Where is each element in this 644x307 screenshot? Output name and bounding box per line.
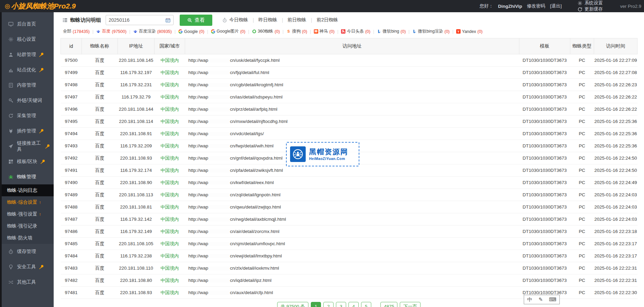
sidebar-item-site-seo[interactable]: 站点优化	[0, 62, 54, 77]
cell-region: 中国境内	[155, 140, 185, 152]
ime-glyph-2[interactable]: ⌨	[549, 296, 556, 303]
filter-toutiao[interactable]: 头今日头条(0)	[341, 29, 370, 34]
page-button-1[interactable]: 1	[311, 302, 321, 307]
up-arrow-icon: ↑	[39, 212, 41, 217]
ime-glyph-0[interactable]: 中	[527, 296, 532, 303]
shenma-badge-icon: 神	[314, 29, 318, 34]
sidebar-item-templates[interactable]: 模板/区块	[0, 154, 54, 169]
ime-toolbar[interactable]: 中✎⌨	[524, 295, 560, 304]
cell-visit-time: 2025-01-16 22:23:17	[594, 238, 638, 250]
version-label: ver Pro2.9	[620, 4, 641, 9]
filter-baidu-render[interactable]: 百度渲染(80935)	[133, 29, 172, 34]
cell-spider-type: PC	[570, 115, 594, 128]
censored-domain	[208, 156, 230, 160]
quick-link-3[interactable]: 前2日蜘蛛	[312, 17, 343, 23]
cell-visit-url: http://wapcn/zql/detail/lgnpotn.html	[185, 189, 519, 201]
column-header: id	[61, 38, 82, 54]
filter-all[interactable]: 全部(178435)	[63, 29, 90, 34]
change-password-link[interactable]: 修改密码	[527, 3, 545, 9]
sidebar-item-spider-log[interactable]: 蜘蛛·访问日志	[0, 184, 54, 196]
table-row: 97497百度116.179.32.79中国境内http://wapcn/ias…	[61, 91, 638, 103]
watermark-title: 黑帽资源网	[309, 148, 348, 156]
sidebar-item-other-tools[interactable]: 其他工具	[0, 274, 54, 290]
cell-visit-time: 2025-01-16 22:23:17	[594, 250, 638, 262]
bing-icon	[412, 29, 417, 34]
filter-google-image[interactable]: Google图片(0)	[211, 29, 246, 34]
filter-yandex[interactable]: YYandex(0)	[456, 29, 483, 34]
page-button-4[interactable]: 4	[348, 302, 359, 307]
page-button-2[interactable]: 2	[323, 302, 334, 307]
sidebar-item-site-group[interactable]: 站群管理	[0, 47, 54, 62]
sidebar-item-label: 插件管理	[17, 128, 36, 134]
quick-link-2[interactable]: 前日蜘蛛	[283, 17, 311, 23]
cell-region: 中国境内	[155, 225, 185, 238]
censored-domain	[208, 120, 230, 124]
filter-shenma[interactable]: 神神马(0)	[314, 29, 335, 34]
cell-spider-type: PC	[570, 91, 594, 103]
cell-ip: 220.181.108.80	[118, 274, 155, 287]
page-button-3[interactable]: 3	[336, 302, 346, 307]
cell-id: 97492	[61, 152, 82, 164]
app-title: 小旋风蜘蛛池Pro2.9	[11, 1, 76, 11]
filter-baidu[interactable]: 百度(97500)	[96, 29, 126, 34]
pin-icon	[39, 128, 44, 134]
page-button-4875[interactable]: 4875	[380, 302, 397, 307]
view-button[interactable]: 查看	[180, 15, 212, 26]
cell-visit-time: 2025-01-16 22:25:36	[594, 140, 638, 152]
filter-sogou[interactable]: S搜狗(0)	[286, 29, 307, 34]
user-icon	[8, 52, 14, 57]
cell-spider-type: PC	[570, 128, 594, 140]
calendar-icon[interactable]	[165, 18, 171, 23]
cell-spider-name: 百度	[82, 250, 118, 262]
sidebar-item-spider-force[interactable]: 蜘蛛·强引设置↑	[0, 208, 54, 220]
filter-360[interactable]: 360蜘蛛(0)	[252, 29, 280, 34]
table-row: 97498百度116.179.32.231中国境内http://wapcn/cg…	[61, 79, 638, 91]
sidebar-item-content[interactable]: 内容管理	[0, 77, 54, 93]
cell-spider-name: 百度	[82, 91, 118, 103]
sidebar-item-spider-settings[interactable]: 蜘蛛·综合设置↑	[0, 196, 54, 208]
next-page-button[interactable]: 下一页	[400, 302, 421, 307]
filter-bing-render[interactable]: 微软bing渲染(0)	[412, 29, 450, 34]
cell-visit-time: 2025-01-16 22:26:23	[594, 79, 638, 91]
sidebar-item-cache-mgr[interactable]: 缓存管理	[0, 244, 54, 259]
cell-visit-time: 2025-01-16 22:24:50	[594, 164, 638, 177]
date-value: 20250116	[109, 17, 129, 23]
cell-spider-type: PC	[570, 79, 594, 91]
cell-template: DT1030/1030DT3673	[519, 164, 570, 177]
quick-link-1[interactable]: 昨日蜘蛛	[254, 17, 282, 23]
filter-google[interactable]: Google(0)	[178, 29, 204, 34]
sidebar-item-plugins[interactable]: 插件管理	[0, 123, 54, 139]
sidebar-item-link-push[interactable]: 链接推送工具	[0, 139, 54, 154]
cell-spider-type: PC	[570, 152, 594, 164]
ime-glyph-1[interactable]: ✎	[538, 296, 543, 303]
360-icon	[252, 29, 256, 34]
cell-spider-name: 百度	[82, 115, 118, 128]
divider: |	[248, 29, 249, 34]
cell-id: 97490	[61, 177, 82, 189]
logout-link[interactable]: [退出]	[550, 3, 562, 9]
cell-template: DT1030/1030DT3673	[519, 238, 570, 250]
column-header: 蜘蛛类型	[570, 38, 594, 54]
sidebar-item-collect[interactable]: 采集管理	[0, 108, 54, 123]
sidebar-item-spider[interactable]: 蜘蛛管理	[0, 169, 54, 184]
top-link-cache[interactable]: 更新缓存	[577, 6, 612, 12]
table-body: 97500百度220.181.108.145中国境内http://wapcn/u…	[61, 54, 638, 299]
cell-region: 中国境内	[155, 238, 185, 250]
sidebar-item-core-settings[interactable]: 核心设置	[0, 32, 54, 47]
table-row: 97490百度220.181.108.90中国境内http://wapcn/kw…	[61, 177, 638, 189]
quick-link-0[interactable]: 今日蜘蛛	[218, 17, 253, 23]
page-button-5[interactable]: 5	[361, 302, 371, 307]
cell-spider-name: 百度	[82, 67, 118, 79]
filter-bing[interactable]: 微软bing(0)	[377, 29, 406, 34]
top-link-settings[interactable]: 系统设置	[577, 0, 612, 6]
sidebar-item-spider-firewall[interactable]: 蜘蛛·防火墙	[0, 232, 54, 244]
censored-domain	[208, 266, 230, 270]
cell-spider-type: PC	[570, 177, 594, 189]
up-arrow-icon: ↑	[39, 200, 41, 205]
date-input[interactable]: 20250116	[106, 15, 174, 25]
sidebar-item-outlinks[interactable]: 外链/关键词	[0, 93, 54, 108]
sidebar-item-spider-force-log[interactable]: 蜘蛛·强引记录	[0, 220, 54, 232]
cell-visit-time: 2025-01-16 22:24:49	[594, 177, 638, 189]
sidebar-item-home[interactable]: 后台首页	[0, 16, 54, 32]
sidebar-item-security[interactable]: 安全工具	[0, 259, 54, 274]
